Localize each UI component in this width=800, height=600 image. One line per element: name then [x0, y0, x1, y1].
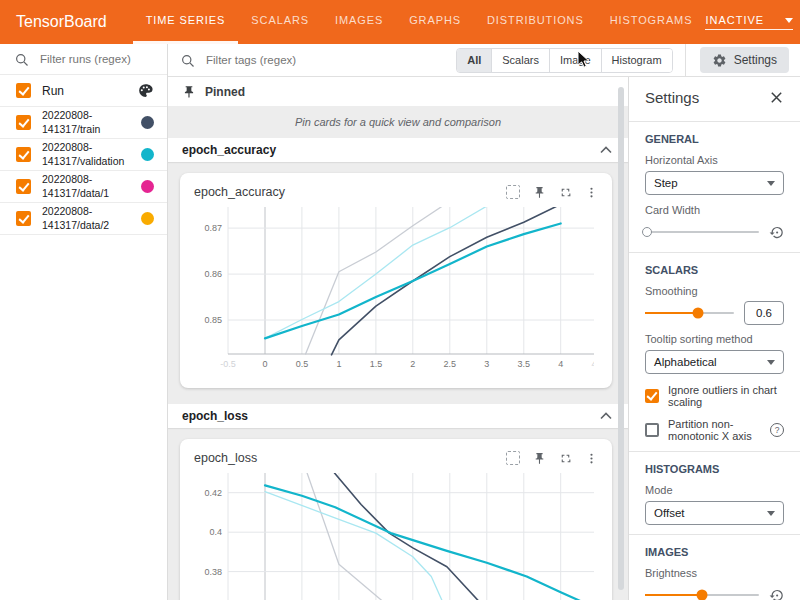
epoch-loss-card: epoch_loss [180, 439, 612, 600]
status-dropdown[interactable]: INACTIVE [705, 14, 793, 30]
tab-scalars[interactable]: SCALARS [238, 0, 322, 44]
app-logo: TensorBoard [0, 0, 133, 44]
filter-image[interactable]: Image [549, 49, 601, 72]
card-title: epoch_accuracy [194, 185, 285, 199]
chevron-down-icon [785, 18, 793, 23]
svg-text:0.87: 0.87 [204, 223, 222, 233]
tooltip-sorting-select[interactable]: Alphabetical [645, 350, 784, 374]
svg-text:1: 1 [336, 359, 341, 369]
run-color-dot [141, 116, 154, 129]
fit-domain-icon[interactable] [506, 451, 520, 465]
filter-tags-input[interactable] [204, 53, 408, 67]
svg-text:0.85: 0.85 [204, 315, 222, 325]
chevron-up-icon[interactable] [600, 412, 612, 420]
runs-list: 20220808-141317/train20220808-141317/val… [0, 107, 167, 235]
filter-scalars[interactable]: Scalars [491, 49, 549, 72]
tab-graphs[interactable]: GRAPHS [396, 0, 474, 44]
smoothing-value-input[interactable]: 0.6 [744, 301, 784, 325]
ignore-outliers-row: Ignore outliers in chart scaling [645, 384, 784, 408]
search-icon [180, 53, 195, 68]
run-label: 20220808-141317/data/2 [42, 205, 124, 232]
filter-all[interactable]: All [457, 49, 491, 72]
run-color-dot [141, 212, 154, 225]
toolbar-divider [685, 44, 686, 76]
pinned-hint: Pin cards for a quick view and compariso… [168, 106, 628, 138]
tab-time-series[interactable]: TIME SERIES [133, 0, 239, 44]
cards-scroll-area: Pinned Pin cards for a quick view and co… [168, 77, 628, 600]
tab-histograms[interactable]: HISTOGRAMS [597, 0, 706, 44]
runs-header-row: Run [0, 75, 167, 107]
reset-icon[interactable] [769, 588, 784, 600]
filter-runs-input[interactable] [38, 52, 150, 66]
tab-images[interactable]: IMAGES [322, 0, 396, 44]
header-actions: INACTIVE ? [705, 0, 800, 44]
runs-sidebar: Run 20220808-141317/train20220808-141317… [0, 44, 168, 600]
pin-card-icon[interactable] [533, 452, 546, 465]
section-epoch-accuracy[interactable]: epoch_accuracy [168, 138, 628, 162]
brightness-slider[interactable] [645, 594, 759, 596]
svg-text:3: 3 [484, 359, 489, 369]
histogram-mode-select[interactable]: Offset [645, 501, 784, 525]
chevron-down-icon [767, 511, 775, 516]
tags-toolbar: AllScalarsImageHistogram Settings [168, 44, 800, 77]
tab-distributions[interactable]: DISTRIBUTIONS [474, 0, 597, 44]
select-all-runs-checkbox[interactable] [16, 83, 31, 98]
pinned-header: Pinned [168, 77, 628, 106]
chevron-down-icon [767, 181, 775, 186]
svg-text:-0.5: -0.5 [220, 359, 236, 369]
pin-icon [182, 85, 196, 99]
section-epoch-loss[interactable]: epoch_loss [168, 404, 628, 428]
epoch-accuracy-chart[interactable]: -0.500.511.522.533.544.50.850.860.87 [194, 207, 602, 376]
histogram-mode-label: Mode [645, 484, 784, 496]
svg-text:1.5: 1.5 [370, 359, 383, 369]
more-options-icon[interactable] [585, 452, 598, 465]
smoothing-label: Smoothing [645, 285, 784, 297]
filter-histogram[interactable]: Histogram [601, 49, 672, 72]
smoothing-slider[interactable] [645, 312, 734, 314]
tags-filter [180, 53, 456, 68]
svg-text:0.42: 0.42 [204, 488, 222, 498]
svg-text:2: 2 [410, 359, 415, 369]
close-icon[interactable] [769, 90, 784, 105]
vertical-scrollbar[interactable] [618, 87, 624, 590]
run-row-0[interactable]: 20220808-141317/train [0, 107, 167, 139]
brightness-label: Brightness [645, 567, 784, 579]
card-width-slider[interactable] [645, 231, 759, 233]
reset-icon[interactable] [769, 225, 784, 240]
fullscreen-icon[interactable] [559, 186, 572, 199]
run-row-1[interactable]: 20220808-141317/validation [0, 139, 167, 171]
help-icon[interactable]: ? [770, 423, 784, 437]
partition-x-checkbox[interactable] [645, 423, 659, 437]
run-checkbox[interactable] [16, 179, 31, 194]
svg-text:0.86: 0.86 [204, 269, 222, 279]
fullscreen-icon[interactable] [559, 452, 572, 465]
chevron-down-icon [767, 360, 775, 365]
chevron-up-icon[interactable] [600, 146, 612, 154]
run-row-2[interactable]: 20220808-141317/data/1 [0, 171, 167, 203]
settings-panel: Settings GENERAL Horizontal Axis Step Ca… [628, 77, 800, 600]
runs-column-label: Run [42, 84, 64, 98]
svg-text:2.5: 2.5 [444, 359, 457, 369]
svg-text:3.5: 3.5 [518, 359, 531, 369]
svg-text:4: 4 [558, 359, 563, 369]
more-options-icon[interactable] [585, 186, 598, 199]
run-checkbox[interactable] [16, 211, 31, 226]
gear-icon [712, 53, 727, 68]
fit-domain-icon[interactable] [506, 185, 520, 199]
section-title: epoch_loss [182, 409, 248, 423]
run-checkbox[interactable] [16, 115, 31, 130]
tooltip-sorting-label: Tooltip sorting method [645, 333, 784, 345]
run-checkbox[interactable] [16, 147, 31, 162]
epoch-loss-chart[interactable]: 0.360.380.40.42 [194, 473, 602, 600]
histograms-heading: HISTOGRAMS [645, 463, 784, 475]
pin-card-icon[interactable] [533, 186, 546, 199]
epoch-accuracy-card: epoch_accuracy [180, 173, 612, 388]
run-row-3[interactable]: 20220808-141317/data/2 [0, 203, 167, 235]
runs-filter [0, 44, 167, 75]
settings-button[interactable]: Settings [700, 47, 789, 73]
palette-icon [137, 82, 154, 99]
horizontal-axis-label: Horizontal Axis [645, 154, 784, 166]
run-label: 20220808-141317/train [42, 109, 124, 136]
ignore-outliers-checkbox[interactable] [645, 389, 659, 403]
horizontal-axis-select[interactable]: Step [645, 171, 784, 195]
